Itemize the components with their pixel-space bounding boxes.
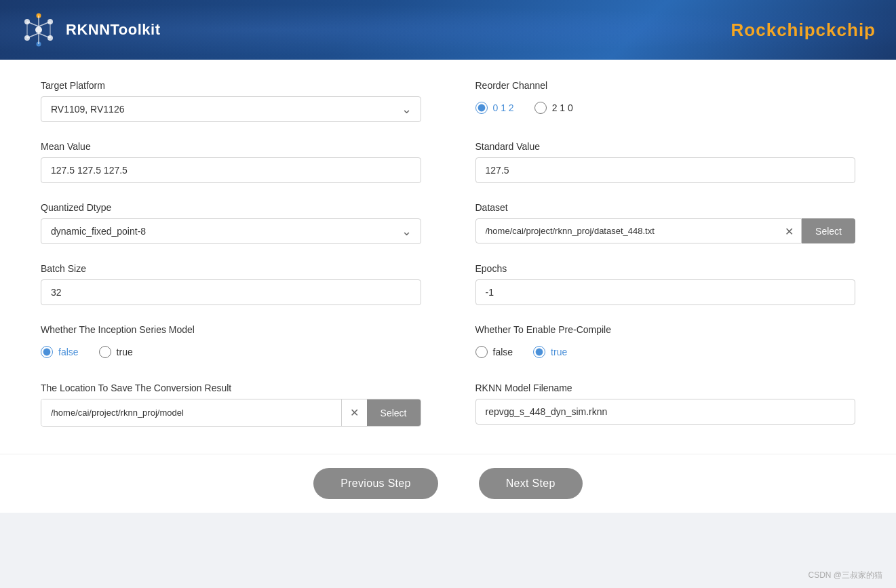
batch-size-label: Batch Size [41, 263, 421, 274]
reorder-channel-group: Reorder Channel 0 1 2 2 1 0 [475, 80, 856, 122]
target-platform-label: Target Platform [41, 80, 421, 91]
target-platform-group: Target Platform RV1109, RV1126 ⌄ [41, 80, 421, 122]
footer-credit: CSDN @三叔家的猫 [808, 570, 882, 581]
reorder-channel-210-label: 2 1 0 [552, 102, 573, 113]
save-location-group: The Location To Save The Conversion Resu… [41, 383, 421, 427]
previous-step-button[interactable]: Previous Step [313, 468, 438, 499]
svg-line-8 [39, 22, 50, 26]
quantized-dtype-select[interactable]: dynamic_fixed_point-8 dynamic_fixed_poin… [41, 218, 421, 244]
inception-false-option[interactable]: false [41, 346, 79, 358]
pre-compile-true-option[interactable]: true [533, 346, 567, 358]
dataset-input-area: ✕ Select [475, 218, 856, 243]
bottom-navigation: Previous Step Next Step [0, 454, 896, 513]
pre-compile-false-option[interactable]: false [475, 346, 513, 358]
batch-size-input[interactable] [41, 279, 421, 305]
rknn-filename-label: RKNN Model Filename [475, 383, 856, 393]
inception-true-radio[interactable] [99, 346, 111, 358]
target-platform-select[interactable]: RV1109, RV1126 [41, 96, 421, 122]
svg-line-7 [27, 22, 39, 26]
reorder-channel-012-radio[interactable] [475, 102, 488, 114]
inception-true-label: true [117, 347, 133, 357]
quantized-dtype-group: Quantized Dtype dynamic_fixed_point-8 dy… [41, 202, 421, 244]
mean-value-label: Mean Value [41, 141, 421, 152]
standard-value-group: Standard Value [475, 141, 856, 183]
dataset-select-button[interactable]: Select [802, 218, 855, 243]
epochs-group: Epochs [475, 263, 856, 305]
save-location-input[interactable] [41, 399, 341, 426]
reorder-channel-radio-group: 0 1 2 2 1 0 [475, 96, 856, 119]
rknn-filename-group: RKNN Model Filename [475, 383, 856, 427]
save-location-label: The Location To Save The Conversion Resu… [41, 383, 421, 393]
inception-false-label: false [58, 347, 79, 357]
reorder-channel-210-radio[interactable] [534, 102, 547, 114]
form-grid: Target Platform RV1109, RV1126 ⌄ Reorder… [41, 80, 855, 427]
mean-value-input[interactable] [41, 157, 421, 183]
standard-value-input[interactable] [475, 157, 856, 183]
reorder-channel-label: Reorder Channel [475, 80, 856, 91]
next-step-button[interactable]: Next Step [479, 468, 583, 499]
mean-value-group: Mean Value [41, 141, 421, 183]
pre-compile-group: Whether To Enable Pre-Compile false true [475, 324, 856, 364]
inception-series-radio-group: false true [41, 340, 421, 364]
save-location-input-area: ✕ Select [41, 399, 421, 427]
dataset-group: Dataset ✕ Select [475, 202, 856, 244]
main-content: Target Platform RV1109, RV1126 ⌄ Reorder… [0, 60, 896, 454]
quantized-dtype-label: Quantized Dtype [41, 202, 421, 213]
inception-true-option[interactable]: true [99, 346, 133, 358]
quantized-dtype-select-wrapper: dynamic_fixed_point-8 dynamic_fixed_poin… [41, 218, 421, 244]
dataset-label: Dataset [475, 202, 856, 213]
inception-series-group: Whether The Inception Series Model false… [41, 324, 421, 364]
brand-logo: Rockchipckchip [731, 20, 876, 41]
pre-compile-true-radio[interactable] [533, 346, 545, 358]
svg-point-0 [35, 26, 42, 33]
inception-series-label: Whether The Inception Series Model [41, 324, 421, 335]
rknn-filename-input[interactable] [475, 399, 856, 425]
pre-compile-radio-group: false true [475, 340, 856, 364]
dataset-clear-button[interactable]: ✕ [783, 223, 795, 239]
pre-compile-true-label: true [551, 347, 567, 357]
standard-value-label: Standard Value [475, 141, 856, 152]
save-location-select-button[interactable]: Select [367, 399, 421, 426]
header: RKNNToolkit Rockchipckchip [0, 0, 896, 60]
dataset-input[interactable] [475, 218, 802, 243]
reorder-channel-012-option[interactable]: 0 1 2 [475, 102, 514, 114]
reorder-channel-012-label: 0 1 2 [493, 102, 514, 113]
save-location-clear-button[interactable]: ✕ [341, 399, 367, 426]
pre-compile-false-label: false [493, 347, 513, 357]
logo-area: RKNNToolkit [20, 12, 161, 49]
batch-size-group: Batch Size [41, 263, 421, 305]
target-platform-select-wrapper: RV1109, RV1126 ⌄ [41, 96, 421, 122]
inception-false-radio[interactable] [41, 346, 53, 358]
epochs-input[interactable] [475, 279, 856, 305]
reorder-channel-210-option[interactable]: 2 1 0 [534, 102, 573, 114]
epochs-label: Epochs [475, 263, 856, 274]
logo-text: RKNNToolkit [66, 21, 161, 39]
logo-icon [20, 12, 58, 49]
svg-line-10 [39, 33, 50, 38]
pre-compile-false-radio[interactable] [475, 346, 488, 358]
svg-line-9 [27, 33, 39, 38]
dataset-input-wrapper: ✕ [475, 218, 802, 243]
pre-compile-label: Whether To Enable Pre-Compile [475, 324, 856, 335]
